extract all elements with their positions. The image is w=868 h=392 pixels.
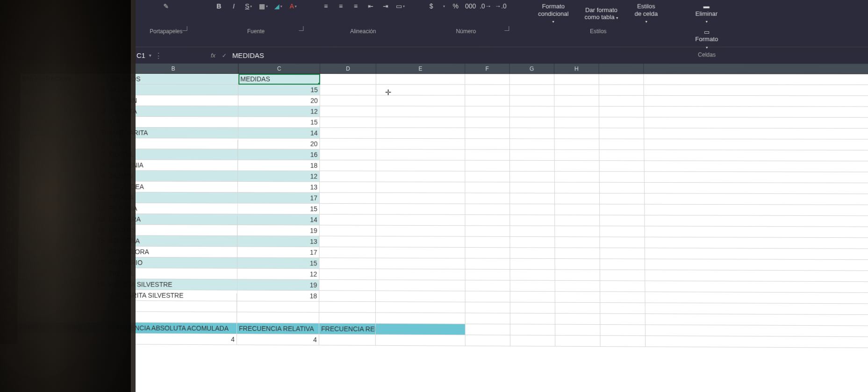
cell[interactable] (319, 313, 376, 324)
cell[interactable] (376, 247, 465, 258)
cell[interactable] (555, 183, 600, 194)
cell[interactable]: 12 (238, 106, 320, 117)
cell[interactable] (465, 117, 510, 128)
cell[interactable] (644, 96, 868, 107)
column-header[interactable]: H (554, 64, 599, 74)
cell[interactable] (510, 107, 555, 117)
name-box[interactable]: C1 ▾ ⋮ (136, 51, 192, 59)
cell[interactable] (554, 117, 599, 128)
cell[interactable]: 14 (237, 214, 319, 226)
cell[interactable] (555, 171, 600, 182)
cell[interactable] (510, 171, 555, 182)
cell[interactable] (376, 313, 466, 324)
format-as-table-button[interactable]: Dar formato como tabla ▾ (581, 6, 622, 22)
currency-icon[interactable]: $ (427, 2, 436, 10)
cell[interactable] (320, 171, 376, 182)
cell[interactable] (554, 74, 599, 85)
cell[interactable] (644, 150, 868, 161)
cell[interactable] (376, 291, 466, 302)
cell[interactable] (600, 248, 645, 259)
cell[interactable] (466, 313, 510, 324)
cell[interactable] (510, 215, 555, 226)
cell[interactable] (465, 161, 510, 171)
fx-icon[interactable]: fx (211, 52, 215, 59)
cell[interactable] (319, 258, 376, 269)
cell[interactable] (376, 85, 465, 95)
cell[interactable] (376, 128, 466, 139)
percent-icon[interactable]: % (452, 2, 460, 10)
cell[interactable] (646, 336, 868, 348)
underline-icon[interactable]: S▾ (244, 2, 253, 10)
cell[interactable] (599, 150, 644, 161)
cell[interactable] (645, 259, 868, 271)
cell[interactable] (555, 314, 600, 325)
cell[interactable]: 20 (238, 95, 320, 106)
cell[interactable] (555, 204, 600, 215)
cell[interactable] (599, 107, 644, 117)
cell[interactable] (320, 150, 376, 160)
cell[interactable] (600, 303, 646, 314)
decrease-decimal-icon[interactable]: →.0 (496, 2, 505, 10)
cell[interactable]: 18 (238, 160, 320, 171)
cell[interactable]: FRECUENCIA RELATIVA ACOMULADA (319, 323, 376, 335)
cell[interactable]: 13 (237, 236, 320, 247)
cell[interactable] (465, 96, 509, 107)
cell[interactable] (645, 237, 868, 249)
cell[interactable] (376, 95, 466, 106)
cell[interactable]: 12 (238, 171, 320, 182)
formula-accept-icon[interactable]: ✓ (222, 52, 227, 59)
cell[interactable] (320, 204, 376, 215)
cell[interactable] (320, 214, 376, 226)
cell[interactable] (510, 237, 555, 248)
cell[interactable] (376, 193, 465, 204)
cell[interactable] (645, 172, 868, 183)
fill-color-icon[interactable]: ◢▾ (274, 2, 283, 10)
cell[interactable] (510, 128, 555, 139)
cell[interactable] (237, 301, 319, 313)
cell[interactable] (600, 215, 645, 227)
cell[interactable] (645, 292, 868, 304)
cell[interactable] (510, 193, 555, 205)
cell[interactable] (510, 96, 555, 107)
cell[interactable] (465, 215, 510, 226)
cell[interactable] (510, 292, 555, 303)
cell[interactable] (376, 182, 465, 193)
cell[interactable] (601, 336, 646, 347)
column-header[interactable]: F (465, 64, 509, 74)
cell[interactable] (645, 193, 868, 205)
cell[interactable] (644, 74, 868, 86)
cell[interactable] (555, 237, 600, 248)
active-cell[interactable]: MEDIDAS (238, 74, 320, 85)
cell[interactable] (510, 117, 555, 128)
name-box-dropdown-icon[interactable]: ▾ (149, 53, 151, 58)
cell[interactable] (599, 85, 644, 96)
column-header[interactable] (644, 64, 868, 74)
cell[interactable] (320, 139, 376, 150)
cell[interactable] (376, 226, 465, 237)
cell[interactable] (319, 302, 376, 313)
cell[interactable] (554, 85, 599, 96)
cell[interactable] (510, 204, 555, 215)
cell[interactable] (600, 281, 646, 292)
cell[interactable] (466, 270, 510, 281)
cell[interactable]: 15 (237, 258, 320, 269)
increase-decimal-icon[interactable]: .0→ (481, 2, 490, 10)
cell[interactable] (376, 117, 466, 128)
formula-input[interactable]: MEDIDAS (232, 51, 264, 59)
column-header[interactable]: G (509, 64, 554, 74)
cell[interactable] (320, 117, 376, 128)
cell[interactable] (600, 292, 646, 303)
cell[interactable] (465, 107, 510, 117)
cell[interactable]: 17 (238, 192, 320, 204)
format-painter-icon[interactable]: ✎ (162, 2, 171, 10)
cell[interactable] (510, 139, 555, 150)
cell[interactable] (645, 248, 868, 260)
cell[interactable] (237, 312, 319, 323)
cell[interactable]: 15 (238, 203, 320, 214)
cell[interactable] (320, 95, 376, 106)
cell[interactable] (555, 139, 600, 150)
cell[interactable] (510, 324, 555, 335)
cell[interactable] (645, 183, 868, 194)
font-launcher[interactable] (299, 26, 303, 31)
cell[interactable] (510, 302, 555, 314)
